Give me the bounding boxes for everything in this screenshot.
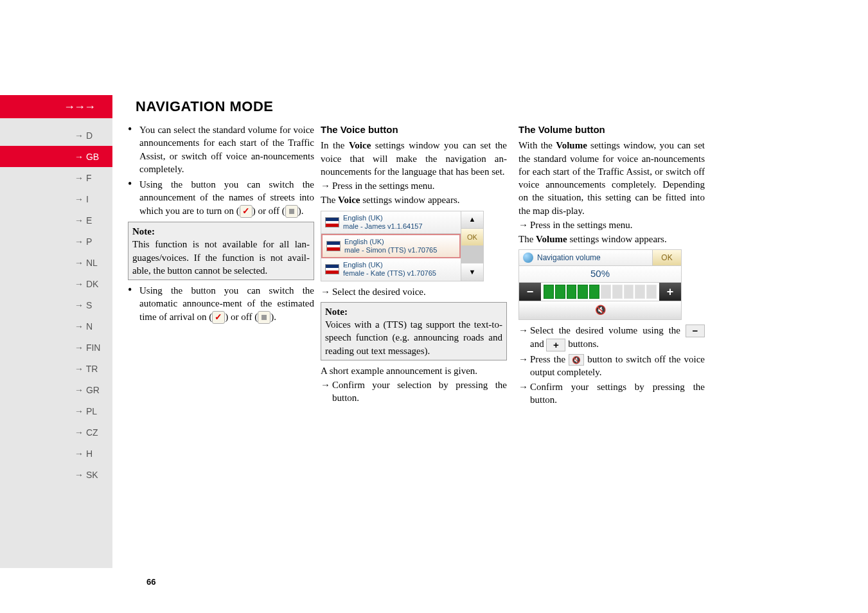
instruction-confirm-volume: → Confirm your settings by pressing the … xyxy=(518,380,705,407)
column-3: The Volume button With the Volume settin… xyxy=(518,123,705,568)
bullet-icon: • xyxy=(128,284,139,324)
sidebar-item[interactable]: → NL xyxy=(0,252,112,273)
volume-percentage: 50% xyxy=(519,266,681,281)
instruction-select-volume: → Select the desired volume using the − … xyxy=(518,324,705,351)
volume-heading: The Volume button xyxy=(518,123,705,136)
note-box-1: Note: This function is not available for… xyxy=(128,222,314,280)
volume-mute-button[interactable]: 🔇 xyxy=(519,301,681,319)
voice-option-row[interactable]: English (UK)female - Kate (TTS) v1.70765 xyxy=(321,258,461,280)
page-title: NAVIGATION MODE xyxy=(136,98,273,115)
arrow-icon: → xyxy=(518,324,530,351)
sidebar-item[interactable]: → TR xyxy=(0,358,112,379)
arrow-icon: → xyxy=(321,378,332,405)
instruction-select-voice: → Select the desired voice. xyxy=(321,285,507,298)
volume-increase-button[interactable]: + xyxy=(659,283,681,301)
header-left-block: →→→ xyxy=(0,95,112,118)
column-2: The Voice button In the Voice settings w… xyxy=(321,123,507,568)
volume-segment xyxy=(589,285,599,299)
voice-list-panel: English (UK)male - James v1.1.64157Engli… xyxy=(321,211,484,281)
note-box-2: Note: Voices with a (TTS) tag support th… xyxy=(321,302,507,360)
sidebar-item[interactable]: → F xyxy=(0,167,112,188)
volume-intro: With the Volume settings window, you can… xyxy=(518,139,705,217)
scrollbar-track[interactable] xyxy=(461,246,483,263)
mute-button-inline: 🔇 xyxy=(569,354,584,366)
note-label: Note: xyxy=(325,305,502,318)
volume-window-appears: The Volume settings window appears. xyxy=(518,233,705,245)
volume-segment xyxy=(578,285,588,299)
sidebar-item[interactable]: → D xyxy=(0,125,112,146)
sidebar-item[interactable]: → S xyxy=(0,294,112,315)
checkbox-off-icon xyxy=(258,311,270,324)
voice-window-appears: The Voice settings window appears. xyxy=(321,193,507,206)
scroll-down-button[interactable]: ▼ xyxy=(461,263,483,280)
page-number: 66 xyxy=(146,577,155,587)
sidebar-item[interactable]: → E xyxy=(0,209,112,231)
volume-segment xyxy=(612,285,623,299)
speaker-mute-icon: 🔇 xyxy=(595,304,606,316)
sidebar-item[interactable]: → SK xyxy=(0,464,112,485)
language-sidebar: → D→ GB→ F→ I→ E→ P→ NL→ DK→ S→ N→ FIN→ … xyxy=(0,118,112,568)
voice-heading: The Voice button xyxy=(321,123,507,136)
scroll-up-button[interactable]: ▲ xyxy=(461,211,483,229)
note-text: Voices with a (TTS) tag support the text… xyxy=(325,318,502,357)
ok-button[interactable]: OK xyxy=(461,229,483,246)
sidebar-item[interactable]: → PL xyxy=(0,400,112,422)
flag-icon xyxy=(325,217,339,227)
instruction-mute: → Press the 🔇 button to switch off the v… xyxy=(518,353,705,379)
sidebar-item[interactable]: → CZ xyxy=(0,422,112,443)
bullet-2-text: Using the button you can switch the anno… xyxy=(139,178,314,218)
voice-list-side: ▲ OK ▼ xyxy=(461,211,483,281)
flag-icon xyxy=(325,264,339,274)
arrow-icon: → xyxy=(518,380,530,407)
globe-icon xyxy=(523,253,533,263)
volume-panel-title: Navigation volume xyxy=(519,250,652,265)
sidebar-item[interactable]: → I xyxy=(0,188,112,209)
volume-segment xyxy=(555,285,565,299)
voice-option-text: English (UK)female - Kate (TTS) v1.70765 xyxy=(343,261,436,278)
voice-option-row[interactable]: English (UK)male - Simon (TTS) v1.70765 xyxy=(321,234,461,258)
sidebar-item[interactable]: → DK xyxy=(0,273,112,294)
flag-icon xyxy=(326,241,341,251)
volume-segment xyxy=(646,285,657,299)
note-label: Note: xyxy=(132,225,310,238)
bullet-3-text: Using the button you can switch the auto… xyxy=(139,284,314,324)
checkbox-on-icon: ✓ xyxy=(212,311,225,324)
example-announcement: A short example announcement is given. xyxy=(321,364,507,377)
voice-option-row[interactable]: English (UK)male - James v1.1.64157 xyxy=(321,211,461,234)
column-1: • You can select the standard volume for… xyxy=(128,123,314,568)
bullet-icon: • xyxy=(128,178,139,218)
sidebar-item[interactable]: → H xyxy=(0,443,112,464)
volume-segment xyxy=(567,285,577,299)
bullet-icon: • xyxy=(128,123,139,175)
bullet-1-text: You can select the standard volume for v… xyxy=(139,123,314,175)
voice-intro: In the Voice settings window you can set… xyxy=(321,139,507,178)
sidebar-item[interactable]: → GR xyxy=(0,379,112,400)
voice-option-text: English (UK)male - Simon (TTS) v1.70765 xyxy=(344,238,437,254)
header-arrows: →→→ xyxy=(64,100,94,114)
volume-segment xyxy=(601,285,611,299)
volume-segment xyxy=(624,285,634,299)
volume-decrease-button[interactable]: − xyxy=(519,283,541,301)
sidebar-item[interactable]: → FIN xyxy=(0,337,112,358)
sidebar-item[interactable]: → GB xyxy=(0,146,112,167)
sidebar-item[interactable]: → N xyxy=(0,315,112,337)
sidebar-item[interactable]: → P xyxy=(0,231,112,252)
arrow-icon: → xyxy=(321,285,332,298)
header-bar: →→→ NAVIGATION MODE xyxy=(0,95,868,118)
plus-button-inline: + xyxy=(546,339,565,351)
volume-segment xyxy=(544,285,554,299)
arrow-icon: → xyxy=(518,218,530,231)
volume-segment xyxy=(635,285,645,299)
checkbox-off-icon xyxy=(285,205,298,218)
voice-option-text: English (UK)male - James v1.1.64157 xyxy=(343,214,423,231)
volume-bar xyxy=(541,283,659,301)
arrow-icon: → xyxy=(518,353,530,379)
volume-panel: Navigation volume OK 50% − + 🔇 xyxy=(518,249,682,319)
minus-button-inline: − xyxy=(686,324,705,337)
instruction-press-volume: → Press in the settings menu. xyxy=(518,218,705,231)
arrow-icon: → xyxy=(321,179,332,192)
volume-ok-button[interactable]: OK xyxy=(652,250,681,265)
instruction-confirm-voice: → Confirm your selection by pressing the… xyxy=(321,378,507,405)
checkbox-on-icon: ✓ xyxy=(240,205,252,218)
instruction-press-voice: → Press in the settings menu. xyxy=(321,179,507,192)
